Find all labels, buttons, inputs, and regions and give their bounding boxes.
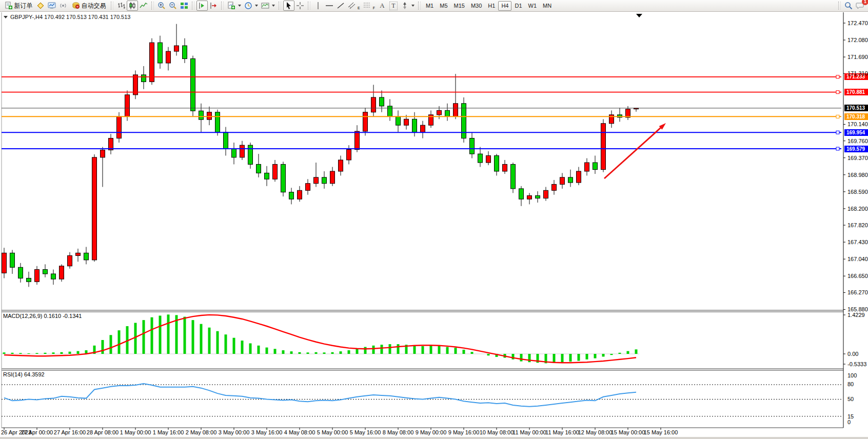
equidistant-channel-button[interactable]: E (346, 1, 362, 11)
candle-up (306, 184, 310, 191)
hline-handle (836, 91, 839, 94)
candle-down (142, 75, 146, 82)
terminal-icon-button[interactable] (46, 1, 57, 11)
chevron-down-icon (411, 5, 415, 7)
text-button[interactable]: A (377, 1, 388, 11)
candle-up (298, 190, 302, 199)
new-chart-dropdown[interactable] (226, 1, 243, 11)
candle-up (330, 171, 335, 184)
candle-down (191, 58, 195, 111)
candle-up (585, 163, 589, 171)
auto-scroll-button[interactable] (196, 1, 208, 11)
new-order-button[interactable]: 新订单 (2, 1, 35, 11)
cursor-icon (285, 2, 293, 10)
candle-down (478, 154, 483, 163)
candle-down (257, 164, 261, 173)
search-button[interactable] (843, 1, 854, 11)
signals-icon-button[interactable] (57, 1, 69, 11)
line-chart-button[interactable] (138, 1, 149, 11)
line-chart-icon (140, 2, 148, 10)
candle-up (273, 164, 278, 179)
candle-up (166, 51, 171, 63)
candle-down (10, 253, 15, 267)
chart-title-bar: GBPJPY-,H4 170.492 170.513 170.431 170.5… (4, 14, 130, 20)
tf-M15-button[interactable]: M15 (451, 1, 468, 11)
channel-glyph: E (358, 6, 360, 10)
candle-down (84, 253, 89, 260)
arrows-dropdown[interactable] (399, 1, 416, 11)
candle-up (421, 125, 425, 132)
candle-down (536, 195, 540, 198)
template-icon (261, 2, 269, 10)
candle-down (289, 192, 294, 199)
candle-down (51, 274, 56, 279)
candle-down (224, 132, 228, 149)
tf-D1-button[interactable]: D1 (511, 1, 525, 11)
candle-up (437, 110, 442, 114)
new-chart-icon (227, 2, 235, 10)
candle-up (76, 253, 81, 255)
new-order-icon (5, 2, 13, 10)
crosshair-icon (296, 2, 304, 10)
candle-down (199, 111, 204, 119)
candle-down (322, 177, 327, 184)
tf-W1-button[interactable]: W1 (525, 1, 540, 11)
candle-up (339, 160, 343, 171)
new-order-label: 新订单 (14, 2, 33, 10)
candle-up (117, 116, 122, 138)
bars-chart-button[interactable] (115, 1, 127, 11)
tf-M30-button[interactable]: M30 (468, 1, 485, 11)
gold-icon (36, 2, 45, 10)
tf-H1-button[interactable]: H1 (485, 1, 498, 11)
gold-icon-button[interactable] (35, 1, 46, 11)
zoom-in-button[interactable] (156, 1, 167, 11)
text-label-button[interactable]: T (388, 1, 399, 11)
vertical-line-button[interactable] (312, 1, 324, 11)
chat-button[interactable]: 1 (854, 1, 866, 11)
candle-down (445, 110, 450, 116)
auto-scroll-icon (198, 2, 206, 10)
candle-up (363, 112, 368, 131)
tf-M5-button[interactable]: M5 (437, 1, 450, 11)
chart-menu-icon[interactable] (4, 16, 8, 18)
rsi-label: RSI(14) 64.3592 (3, 371, 45, 377)
tf-H4-button[interactable]: H4 (498, 1, 511, 11)
zoom-out-icon (169, 2, 177, 10)
candle-down (232, 149, 236, 157)
auto-trading-button[interactable]: 自动交易 (69, 1, 109, 11)
candle-down (281, 164, 286, 192)
candle-up (503, 164, 507, 171)
signals-icon (59, 2, 67, 10)
candle-down (27, 278, 31, 282)
horizontal-line-button[interactable] (324, 1, 335, 11)
tf-MN-button[interactable]: MN (540, 1, 555, 11)
trendline-icon (337, 2, 345, 10)
toolbar: 新订单 自动交易 (0, 0, 868, 12)
candle-up (527, 195, 532, 199)
templates-dropdown[interactable] (260, 1, 277, 11)
cursor-button[interactable] (283, 1, 294, 11)
candle-down (183, 46, 187, 58)
zoom-out-button[interactable] (167, 1, 179, 11)
chart-title: GBPJPY-,H4 170.492 170.513 170.431 170.5… (10, 14, 130, 20)
candles-chart-button[interactable] (127, 1, 138, 11)
crosshair-button[interactable] (294, 1, 306, 11)
candle-up (453, 104, 458, 116)
candle-down (388, 106, 392, 116)
tile-windows-button[interactable] (179, 1, 190, 11)
candle-down (519, 189, 524, 199)
trendline-button[interactable] (335, 1, 346, 11)
candle-up (60, 266, 64, 279)
chart-canvas[interactable] (0, 0, 868, 439)
tf-M1-button[interactable]: M1 (423, 1, 437, 11)
candle-up (240, 145, 245, 157)
candle-up (101, 150, 105, 157)
periods-dropdown[interactable] (243, 1, 260, 11)
candle-up (174, 46, 179, 51)
chart-shift-button[interactable] (208, 1, 219, 11)
candle-up (560, 177, 565, 185)
fibonacci-button[interactable]: F (362, 1, 377, 11)
candle-up (577, 171, 581, 183)
candle-up (125, 95, 130, 116)
candle-down (265, 173, 269, 179)
